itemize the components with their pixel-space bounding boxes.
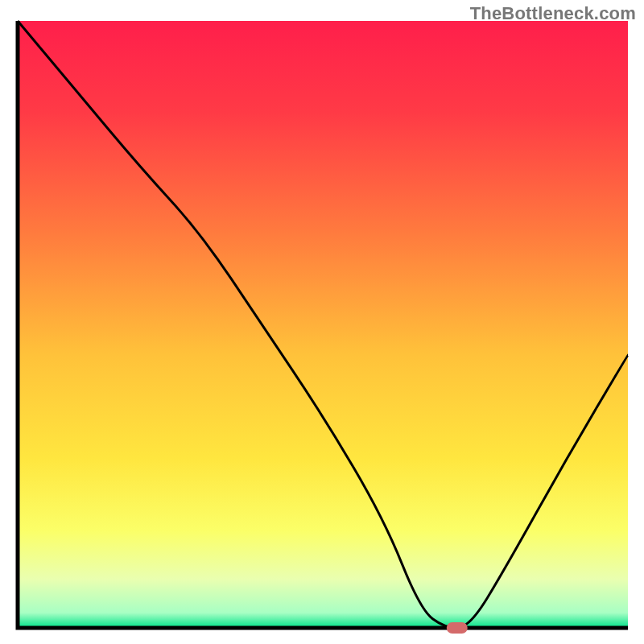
- optimal-marker: [447, 622, 468, 634]
- bottleneck-plot: [0, 0, 644, 644]
- plot-background: [18, 21, 628, 628]
- chart-container: TheBottleneck.com: [0, 0, 644, 644]
